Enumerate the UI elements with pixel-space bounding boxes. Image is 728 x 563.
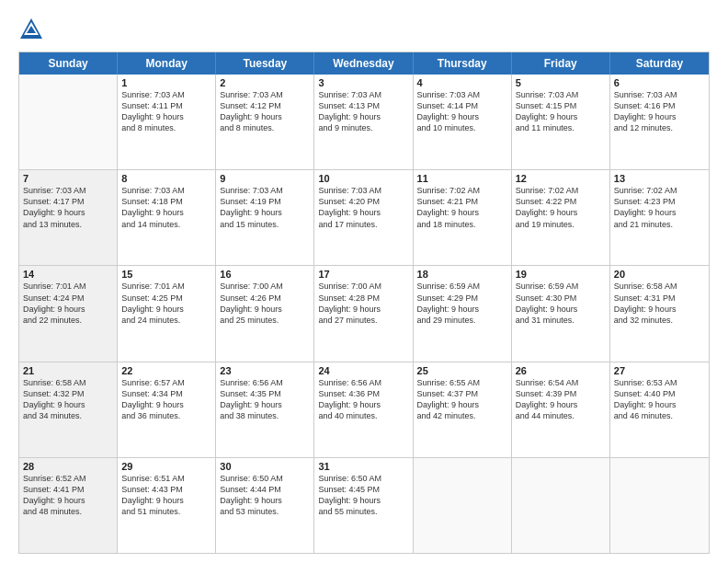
cell-line: Sunset: 4:31 PM [614,293,705,304]
cell-line: and 8 minutes. [220,122,310,133]
cell-line: Sunrise: 7:02 AM [516,185,606,196]
header-day-monday: Monday [118,52,216,75]
cell-line: Sunrise: 7:03 AM [614,89,705,100]
cell-line: Sunrise: 7:03 AM [417,89,507,100]
calendar-cell [414,458,512,553]
calendar-cell: 17Sunrise: 7:00 AMSunset: 4:28 PMDayligh… [314,266,413,361]
cell-line: and 36 minutes. [121,410,211,421]
cell-line: and 18 minutes. [417,219,507,230]
cell-line: Sunrise: 6:58 AM [614,281,705,292]
cell-line: Sunset: 4:18 PM [121,196,211,207]
cell-line: Sunrise: 6:56 AM [318,377,408,388]
calendar-cell [19,75,118,169]
cell-line: Sunrise: 7:00 AM [318,281,408,292]
cell-line: Sunrise: 6:59 AM [417,281,507,292]
cell-line: Sunset: 4:28 PM [318,293,408,304]
cell-line: Sunrise: 7:02 AM [417,185,507,196]
calendar-cell: 25Sunrise: 6:55 AMSunset: 4:37 PMDayligh… [414,362,512,457]
day-number: 24 [318,365,408,376]
cell-line: Sunset: 4:36 PM [318,388,408,399]
cell-line: and 22 minutes. [23,315,113,326]
cell-line: Daylight: 9 hours [318,399,408,410]
cell-line: Sunrise: 6:50 AM [318,473,408,484]
cell-line: Sunset: 4:44 PM [220,484,310,495]
cell-line: and 51 minutes. [121,506,211,517]
calendar-cell: 7Sunrise: 7:03 AMSunset: 4:17 PMDaylight… [19,170,118,265]
cell-line: and 42 minutes. [417,410,507,421]
day-number: 30 [220,461,310,472]
cell-line: Daylight: 9 hours [121,111,211,122]
cell-line: Sunset: 4:39 PM [516,388,606,399]
day-number: 22 [121,365,211,376]
day-number: 1 [121,77,211,88]
calendar-cell: 27Sunrise: 6:53 AMSunset: 4:40 PMDayligh… [610,362,709,457]
cell-line: Daylight: 9 hours [614,304,705,315]
cell-line: and 32 minutes. [614,315,705,326]
day-number: 31 [318,461,408,472]
day-number: 16 [220,269,310,280]
calendar-body: 1Sunrise: 7:03 AMSunset: 4:11 PMDaylight… [19,75,709,553]
cell-line: and 24 minutes. [121,315,211,326]
calendar-cell: 31Sunrise: 6:50 AMSunset: 4:45 PMDayligh… [314,458,413,553]
calendar-cell: 21Sunrise: 6:58 AMSunset: 4:32 PMDayligh… [19,362,118,457]
calendar-cell: 3Sunrise: 7:03 AMSunset: 4:13 PMDaylight… [314,75,413,169]
day-number: 12 [516,173,606,184]
cell-line: Daylight: 9 hours [220,111,310,122]
cell-line: Daylight: 9 hours [318,495,408,506]
day-number: 15 [121,269,211,280]
cell-line: Sunrise: 6:56 AM [220,377,310,388]
cell-line: Sunrise: 6:51 AM [121,473,211,484]
calendar-cell: 6Sunrise: 7:03 AMSunset: 4:16 PMDaylight… [610,75,709,169]
cell-line: and 9 minutes. [318,122,408,133]
logo-icon [18,17,44,42]
cell-line: and 40 minutes. [318,410,408,421]
calendar-cell: 22Sunrise: 6:57 AMSunset: 4:34 PMDayligh… [118,362,216,457]
calendar-cell: 24Sunrise: 6:56 AMSunset: 4:36 PMDayligh… [314,362,413,457]
cell-line: Sunrise: 7:03 AM [121,89,211,100]
page: SundayMondayTuesdayWednesdayThursdayFrid… [0,0,728,563]
cell-line: Daylight: 9 hours [614,111,705,122]
cell-line: and 19 minutes. [516,219,606,230]
cell-line: Sunrise: 7:03 AM [23,185,113,196]
day-number: 4 [417,77,507,88]
cell-line: Sunset: 4:40 PM [614,388,705,399]
calendar-cell: 30Sunrise: 6:50 AMSunset: 4:44 PMDayligh… [216,458,314,553]
day-number: 11 [417,173,507,184]
cell-line: Daylight: 9 hours [614,207,705,218]
cell-line: Sunset: 4:13 PM [318,100,408,111]
cell-line: Sunrise: 6:53 AM [614,377,705,388]
day-number: 13 [614,173,705,184]
cell-line: Daylight: 9 hours [220,495,310,506]
cell-line: Sunrise: 6:55 AM [417,377,507,388]
cell-line: Sunrise: 6:58 AM [23,377,113,388]
cell-line: Sunset: 4:16 PM [614,100,705,111]
cell-line: and 13 minutes. [23,219,113,230]
cell-line: Sunset: 4:17 PM [23,196,113,207]
day-number: 29 [121,461,211,472]
calendar-cell: 29Sunrise: 6:51 AMSunset: 4:43 PMDayligh… [118,458,216,553]
calendar-cell: 18Sunrise: 6:59 AMSunset: 4:29 PMDayligh… [414,266,512,361]
calendar-header-row: SundayMondayTuesdayWednesdayThursdayFrid… [19,52,709,75]
calendar-cell: 9Sunrise: 7:03 AMSunset: 4:19 PMDaylight… [216,170,314,265]
cell-line: Sunrise: 6:57 AM [121,377,211,388]
cell-line: and 12 minutes. [614,122,705,133]
cell-line: Sunrise: 7:00 AM [220,281,310,292]
cell-line: Sunrise: 6:50 AM [220,473,310,484]
cell-line: Sunset: 4:20 PM [318,196,408,207]
cell-line: Sunrise: 6:54 AM [516,377,606,388]
cell-line: and 10 minutes. [417,122,507,133]
day-number: 21 [23,365,113,376]
calendar-row-2: 14Sunrise: 7:01 AMSunset: 4:24 PMDayligh… [19,265,709,361]
cell-line: Sunset: 4:32 PM [23,388,113,399]
day-number: 25 [417,365,507,376]
cell-line: Sunrise: 7:01 AM [23,281,113,292]
calendar-cell: 5Sunrise: 7:03 AMSunset: 4:15 PMDaylight… [512,75,610,169]
day-number: 3 [318,77,408,88]
calendar-row-0: 1Sunrise: 7:03 AMSunset: 4:11 PMDaylight… [19,75,709,169]
cell-line: Daylight: 9 hours [516,399,606,410]
cell-line: Daylight: 9 hours [220,207,310,218]
day-number: 9 [220,173,310,184]
cell-line: and 14 minutes. [121,219,211,230]
cell-line: Sunset: 4:43 PM [121,484,211,495]
calendar-cell: 26Sunrise: 6:54 AMSunset: 4:39 PMDayligh… [512,362,610,457]
